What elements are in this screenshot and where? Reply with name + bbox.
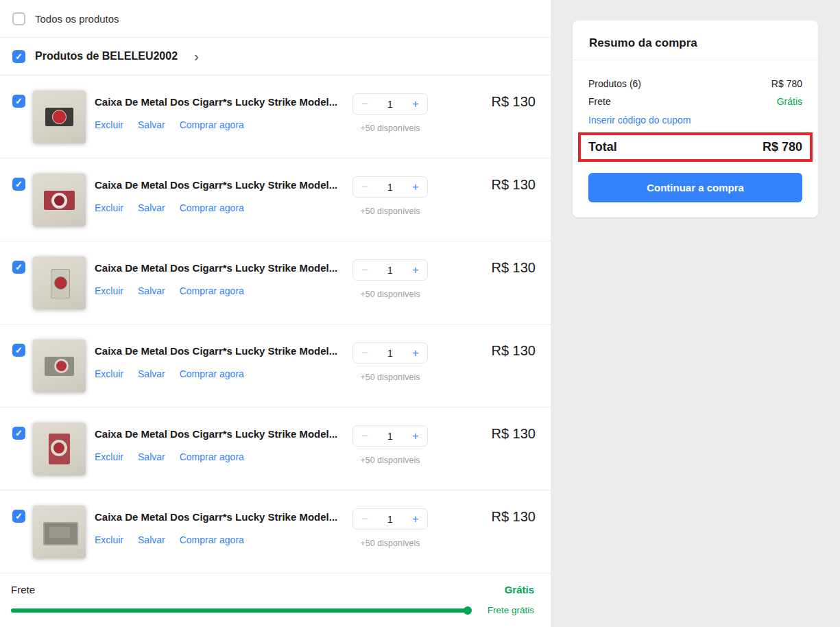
check-icon: ✓	[15, 97, 23, 106]
decrease-quantity-button[interactable]: −	[361, 512, 368, 526]
item-price: R$ 130	[492, 177, 536, 193]
item-checkbox[interactable]: ✓	[12, 510, 25, 523]
decrease-quantity-button[interactable]: −	[361, 97, 368, 111]
check-icon: ✓	[15, 346, 23, 355]
cart-panel: Todos os produtos ✓ Produtos de BELELEU2…	[0, 0, 551, 627]
increase-quantity-button[interactable]: +	[412, 429, 419, 443]
product-title[interactable]: Caixa De Metal Dos Cigarr*s Lucky Strike…	[95, 345, 337, 357]
chevron-right-icon[interactable]: ›	[194, 49, 199, 63]
buy-now-link[interactable]: Comprar agora	[180, 368, 244, 379]
seller-group-checkbox[interactable]: ✓	[12, 50, 25, 63]
cart-item-row: ✓ Caixa De Metal Dos Cigarr*s Lucky Stri…	[0, 407, 551, 490]
quantity-stepper: − 1 +	[352, 93, 428, 115]
save-link[interactable]: Salvar	[138, 368, 165, 379]
remove-link[interactable]: Excluir	[95, 285, 123, 296]
item-actions: Excluir Salvar Comprar agora	[95, 534, 244, 545]
shipping-progress-footer: Frete Grátis Frete grátis	[0, 573, 551, 626]
item-checkbox[interactable]: ✓	[12, 261, 25, 274]
remove-link[interactable]: Excluir	[95, 451, 123, 462]
remove-link[interactable]: Excluir	[95, 202, 123, 213]
decrease-quantity-button[interactable]: −	[361, 263, 368, 277]
product-thumbnail[interactable]	[33, 340, 86, 392]
stock-availability: +50 disponíveis	[346, 289, 435, 299]
item-actions: Excluir Salvar Comprar agora	[95, 202, 244, 213]
shipping-progress-fill	[11, 608, 466, 613]
seller-group-bar[interactable]: ✓ Produtos de BELELEU2002 ›	[0, 38, 551, 75]
select-all-checkbox[interactable]	[12, 12, 25, 25]
item-price: R$ 130	[492, 94, 536, 110]
remove-link[interactable]: Excluir	[95, 368, 123, 379]
quantity-value: 1	[387, 265, 393, 276]
item-actions: Excluir Salvar Comprar agora	[95, 119, 244, 130]
increase-quantity-button[interactable]: +	[412, 180, 419, 194]
seller-group-label: Produtos de BELELEU2002	[35, 50, 178, 62]
buy-now-link[interactable]: Comprar agora	[180, 119, 244, 130]
increase-quantity-button[interactable]: +	[412, 263, 419, 277]
item-checkbox[interactable]: ✓	[12, 344, 25, 357]
coupon-code-link[interactable]: Inserir código do cupom	[588, 115, 691, 126]
shipping-progress-dot	[464, 606, 472, 615]
total-highlight-annotation: Total R$ 780	[578, 132, 813, 162]
save-link[interactable]: Salvar	[138, 285, 165, 296]
summary-body: Produtos (6) R$ 780 Frete Grátis Inserir…	[573, 60, 818, 202]
continue-purchase-button[interactable]: Continuar a compra	[588, 173, 802, 202]
item-checkbox[interactable]: ✓	[12, 178, 25, 191]
select-all-bar: Todos os produtos	[0, 0, 551, 38]
quantity-stepper: − 1 +	[352, 176, 428, 198]
product-thumbnail[interactable]	[33, 506, 86, 558]
quantity-stepper: − 1 +	[352, 508, 428, 530]
cart-item-row: ✓ Caixa De Metal Dos Cigarr*s Lucky Stri…	[0, 75, 551, 158]
decrease-quantity-button[interactable]: −	[361, 429, 368, 443]
product-title[interactable]: Caixa De Metal Dos Cigarr*s Lucky Strike…	[95, 428, 337, 440]
cart-item-row: ✓ Caixa De Metal Dos Cigarr*s Lucky Stri…	[0, 324, 551, 407]
product-title[interactable]: Caixa De Metal Dos Cigarr*s Lucky Strike…	[95, 179, 337, 191]
buy-now-link[interactable]: Comprar agora	[180, 534, 244, 545]
product-thumbnail[interactable]	[33, 174, 86, 226]
stock-availability: +50 disponíveis	[346, 372, 435, 382]
shipping-progress-note: Frete grátis	[488, 605, 534, 615]
item-price: R$ 130	[492, 509, 536, 525]
cart-items: ✓ Caixa De Metal Dos Cigarr*s Lucky Stri…	[0, 75, 551, 573]
product-thumbnail[interactable]	[33, 91, 86, 143]
check-icon: ✓	[15, 180, 23, 189]
remove-link[interactable]: Excluir	[95, 534, 123, 545]
shipping-label: Frete	[11, 584, 35, 595]
shipping-status: Grátis	[505, 584, 534, 595]
quantity-stepper: − 1 +	[352, 425, 428, 447]
check-icon: ✓	[15, 429, 23, 438]
stock-availability: +50 disponíveis	[346, 539, 435, 548]
buy-now-link[interactable]: Comprar agora	[180, 451, 244, 462]
product-title[interactable]: Caixa De Metal Dos Cigarr*s Lucky Strike…	[95, 511, 337, 523]
save-link[interactable]: Salvar	[138, 451, 165, 462]
item-actions: Excluir Salvar Comprar agora	[95, 451, 244, 462]
product-title[interactable]: Caixa De Metal Dos Cigarr*s Lucky Strike…	[95, 262, 337, 274]
save-link[interactable]: Salvar	[138, 119, 165, 130]
buy-now-link[interactable]: Comprar agora	[180, 285, 244, 296]
select-all-label: Todos os produtos	[35, 13, 119, 25]
product-title[interactable]: Caixa De Metal Dos Cigarr*s Lucky Strike…	[95, 96, 337, 108]
save-link[interactable]: Salvar	[138, 534, 165, 545]
increase-quantity-button[interactable]: +	[412, 97, 419, 111]
summary-title: Resumo da compra	[573, 21, 818, 60]
summary-shipping-value: Grátis	[777, 96, 802, 107]
increase-quantity-button[interactable]: +	[412, 512, 419, 526]
quantity-stepper: − 1 +	[352, 259, 428, 281]
product-thumbnail[interactable]	[33, 423, 86, 475]
shipping-progress-bar	[11, 608, 466, 613]
item-price: R$ 130	[492, 260, 536, 276]
increase-quantity-button[interactable]: +	[412, 346, 419, 360]
total-value: R$ 780	[763, 140, 802, 154]
check-icon: ✓	[15, 263, 23, 272]
item-checkbox[interactable]: ✓	[12, 427, 25, 440]
cart-item-row: ✓ Caixa De Metal Dos Cigarr*s Lucky Stri…	[0, 158, 551, 241]
buy-now-link[interactable]: Comprar agora	[180, 202, 244, 213]
save-link[interactable]: Salvar	[138, 202, 165, 213]
product-thumbnail[interactable]	[33, 257, 86, 309]
decrease-quantity-button[interactable]: −	[361, 346, 368, 360]
remove-link[interactable]: Excluir	[95, 119, 123, 130]
item-checkbox[interactable]: ✓	[12, 95, 25, 108]
item-price: R$ 130	[492, 426, 536, 442]
summary-products-label: Produtos (6)	[588, 78, 641, 89]
quantity-stepper: − 1 +	[352, 342, 428, 364]
decrease-quantity-button[interactable]: −	[361, 180, 368, 194]
